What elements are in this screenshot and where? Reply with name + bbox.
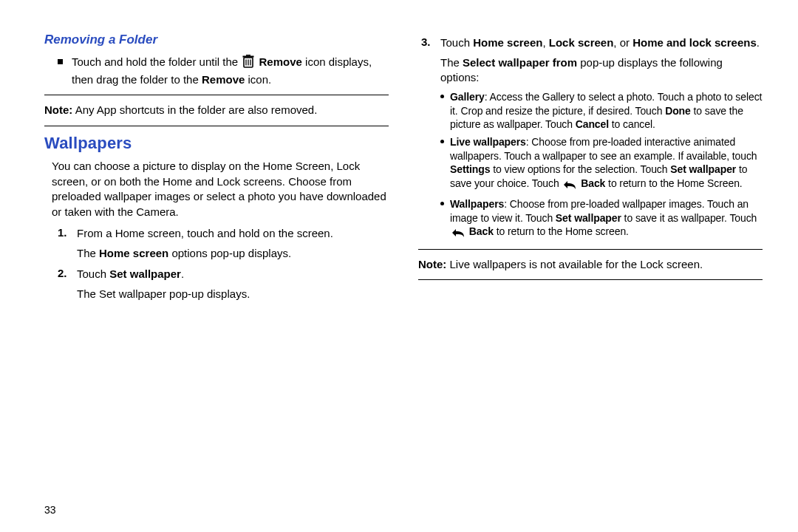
done-bold: Done (665, 105, 691, 117)
text: Touch and hold the folder until the (72, 55, 241, 68)
set-wallpaper-bold: Set wallpaper (109, 267, 181, 280)
set-wallpaper-bold-2: Set wallpaper (556, 212, 621, 224)
opt-lock-screen: Lock screen (549, 36, 614, 49)
opt-home-lock: Home and lock screens (632, 36, 757, 49)
divider (418, 279, 763, 280)
step-text: From a Home screen, touch and hold on th… (77, 226, 389, 242)
note-live-wallpapers: Note: Live wallpapers is not available f… (418, 257, 763, 273)
step-1-sub: The Home screen options pop-up displays. (77, 246, 389, 262)
bullet-icon (440, 95, 444, 98)
step-text: Touch Set wallpaper. (77, 267, 389, 282)
option-wallpapers: Wallpapers: Choose from pre-loaded wallp… (440, 197, 763, 241)
step-3: 3. Touch Home screen, Lock screen, or Ho… (421, 35, 763, 51)
left-column: Removing a Folder Touch and hold the fol… (44, 30, 389, 305)
page-number: 33 (44, 504, 56, 516)
back-bold: Back (469, 225, 494, 237)
opt-home-screen: Home screen (473, 36, 542, 49)
back-icon (451, 228, 465, 241)
text: options pop-up displays. (168, 247, 291, 259)
text: The (77, 247, 99, 259)
bullet-text: Touch and hold the folder until the Remo… (72, 55, 389, 87)
step-2-sub: The Set wallpaper pop-up displays. (77, 287, 389, 302)
bullet-icon (440, 202, 444, 205)
wallpapers-intro: You can choose a picture to display on t… (44, 159, 389, 220)
text: to cancel. (609, 118, 655, 130)
text: to view options for the selection. Touch (490, 163, 670, 175)
note-remove-shortcuts: Note: Any App shortcuts in the folder ar… (44, 103, 389, 118)
option-text: Wallpapers: Choose from pre-loaded wallp… (450, 197, 763, 241)
divider (44, 126, 389, 126)
step-3-sub: The Select wallpaper from pop-up display… (440, 55, 763, 86)
divider (44, 95, 389, 95)
text: icon. (248, 73, 272, 86)
step-1: 1. From a Home screen, touch and hold on… (58, 226, 389, 242)
note-label: Note: (44, 103, 72, 116)
option-text: Gallery: Access the Gallery to select a … (450, 90, 763, 131)
back-bold: Back (581, 177, 605, 189)
manual-page: Removing a Folder Touch and hold the fol… (0, 0, 798, 532)
option-gallery: Gallery: Access the Gallery to select a … (440, 90, 763, 131)
option-text: Live wallpapers: Choose from pre-loaded … (450, 135, 763, 193)
subheading-removing-folder: Removing a Folder (44, 33, 389, 47)
svg-rect-5 (246, 55, 250, 56)
settings-bold: Settings (450, 163, 490, 175)
bullet-icon (440, 140, 444, 143)
wallpapers-bold: Wallpapers (450, 198, 504, 210)
step-2: 2. Touch Set wallpaper. (58, 267, 389, 282)
two-column-layout: Removing a Folder Touch and hold the fol… (44, 30, 763, 305)
note-text: Live wallpapers is not available for the… (446, 258, 703, 270)
text: Touch (77, 267, 109, 280)
section-heading-wallpapers: Wallpapers (44, 134, 389, 153)
step-text: Touch Home screen, Lock screen, or Home … (440, 35, 763, 51)
text: . (757, 36, 760, 49)
remove-label-1: Remove (259, 55, 302, 68)
trash-icon (242, 55, 254, 72)
note-text: Any App shortcuts in the folder are also… (72, 103, 317, 116)
text: , (542, 36, 548, 49)
square-bullet-item: Touch and hold the folder until the Remo… (58, 55, 389, 87)
set-wallpaper-bold: Set wallpaper (670, 163, 736, 175)
note-label: Note: (418, 258, 446, 270)
back-icon (563, 180, 576, 193)
step-number: 3. (421, 35, 433, 48)
right-column: 3. Touch Home screen, Lock screen, or Ho… (418, 30, 763, 305)
text: The (440, 56, 463, 69)
text: . (181, 267, 184, 280)
svg-rect-4 (243, 56, 254, 58)
live-wallpapers-bold: Live wallpapers (450, 136, 526, 148)
select-wallpaper-from-bold: Select wallpaper from (463, 56, 577, 69)
text: , or (613, 36, 632, 49)
gallery-bold: Gallery (450, 91, 485, 103)
square-bullet-icon (58, 59, 63, 64)
option-live-wallpapers: Live wallpapers: Choose from pre-loaded … (440, 135, 763, 193)
home-screen-bold: Home screen (99, 247, 168, 259)
text: to return to the Home screen. (494, 225, 629, 237)
cancel-bold: Cancel (576, 118, 609, 130)
divider (418, 249, 763, 250)
text: Touch (440, 36, 473, 49)
step-number: 1. (58, 226, 69, 239)
remove-label-2: Remove (202, 73, 245, 86)
step-number: 2. (58, 267, 69, 279)
text: to save it as wallpaper. Touch (621, 212, 757, 224)
text: to return to the Home Screen. (605, 177, 742, 189)
